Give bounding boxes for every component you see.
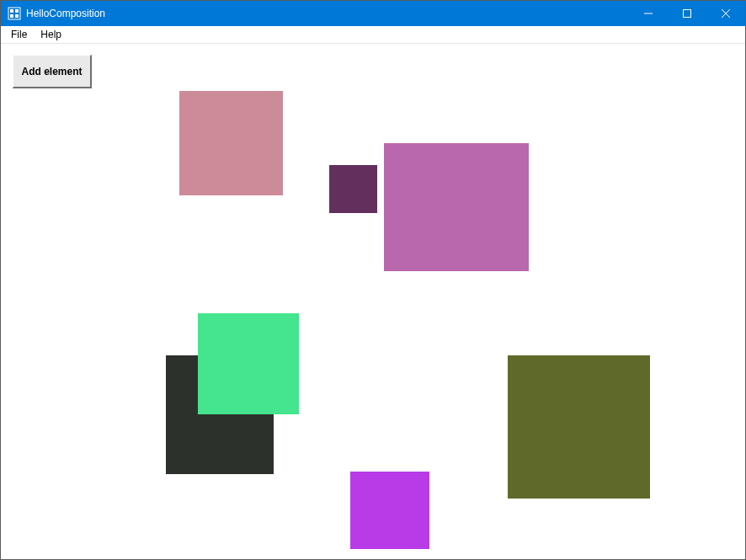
svg-rect-4	[15, 14, 19, 18]
menubar: File Help	[1, 26, 745, 44]
svg-rect-2	[15, 9, 19, 13]
composition-square	[198, 313, 299, 414]
composition-square	[179, 91, 283, 195]
menu-help[interactable]: Help	[34, 27, 68, 42]
close-icon	[722, 9, 730, 18]
minimize-icon	[644, 9, 653, 18]
titlebar[interactable]: HelloComposition	[1, 1, 745, 26]
svg-rect-3	[10, 14, 13, 18]
app-icon	[8, 7, 21, 20]
composition-square	[329, 165, 377, 213]
client-area: Add element	[1, 44, 745, 559]
composition-square	[508, 355, 650, 499]
menu-file[interactable]: File	[4, 27, 34, 42]
svg-rect-6	[684, 10, 691, 18]
maximize-button[interactable]	[668, 1, 706, 26]
window-title: HelloComposition	[26, 8, 105, 19]
add-element-button[interactable]: Add element	[13, 55, 92, 88]
svg-rect-1	[10, 9, 13, 13]
minimize-button[interactable]	[629, 1, 668, 26]
maximize-icon	[683, 9, 691, 18]
composition-square	[350, 472, 429, 549]
composition-square	[384, 143, 529, 271]
close-button[interactable]	[706, 1, 745, 26]
